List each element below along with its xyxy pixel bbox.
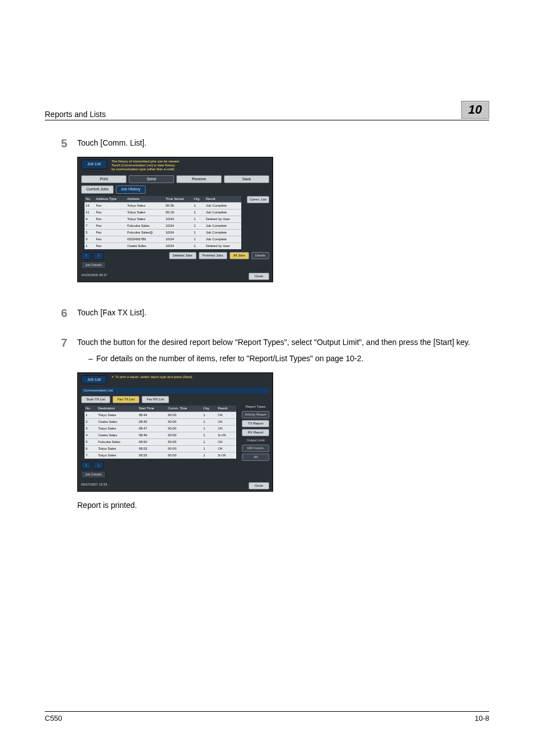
table-row: 2Osaka Sales08:4500:001OK — [85, 419, 236, 426]
job-list-button-2[interactable]: Job List — [81, 375, 107, 385]
details-button[interactable]: Details — [251, 252, 269, 259]
step7-text: Touch the button for the desired report … — [77, 337, 489, 348]
table-row: 13FaxTokyo Sales00:361Job Complete — [85, 202, 241, 209]
up-arrow[interactable]: ↑ — [81, 252, 91, 260]
job-details-button-2[interactable]: Job Details — [81, 471, 106, 478]
footer-model: C550 — [45, 714, 62, 722]
screenshot-2: Job List ✔ To print a report, select rep… — [77, 372, 273, 492]
result-note: Report is printed. — [77, 500, 489, 511]
table-row: 4Osaka Sales08:4900:001S-OK — [85, 432, 236, 439]
job-table: No. Address Type Address Time Stored Org… — [85, 196, 241, 249]
table-row: 7FaxFukuoka Sales10/241Job Complete — [85, 222, 241, 229]
tab-save[interactable]: Save — [224, 175, 269, 184]
chapter-badge: 10 — [461, 101, 489, 119]
section-title: Reports and Lists — [45, 110, 106, 119]
table-row: 1FaxOsaka Sales10/241Deleted by User — [85, 242, 241, 249]
scr2-msg: To print a report, select report type an… — [115, 375, 193, 379]
step7-sub: For details on the number of items, refe… — [96, 354, 363, 363]
table-row: 7Tokyo Sales08:5500:001S-OK — [85, 452, 236, 459]
scr1-msg3: by communication type (other than e-mail… — [111, 167, 180, 171]
down-arrow-2[interactable]: ↓ — [93, 461, 104, 469]
fax-tx-list-tab[interactable]: Fax TX List — [113, 396, 139, 403]
up-arrow-2[interactable]: ↑ — [81, 461, 91, 469]
table-row: 9FaxTokyo Sales10/241Deleted by User — [85, 216, 241, 222]
scr1-msg1: The history of transmitted jobs can be v… — [111, 160, 180, 164]
all-jobs-button[interactable]: All Jobs — [229, 252, 249, 259]
comm-list-button[interactable]: Comm. List — [247, 196, 269, 203]
scan-tx-list-tab[interactable]: Scan TX List — [81, 396, 110, 403]
tab-receive[interactable]: Receive — [176, 175, 222, 184]
table-row: 3Fax052345678910/241Job Complete — [85, 236, 241, 242]
step5-text: Touch [Comm. List]. — [77, 137, 489, 149]
100-comm-button[interactable]: 100 Comm. — [242, 445, 269, 452]
table-row: 1Tokyo Sales08:4400:001OK — [85, 412, 236, 419]
step5-number: 5 — [45, 137, 77, 290]
scr1-datetime: 10/25/2006 00:37 — [81, 273, 107, 280]
fax-rx-list-tab[interactable]: Fax RX List — [142, 396, 169, 403]
all-button[interactable]: All — [242, 454, 269, 461]
screenshot-1: Job List The history of transmitted jobs… — [77, 157, 273, 282]
close-button[interactable]: Close — [249, 273, 269, 280]
step6-number: 6 — [45, 307, 77, 320]
table-row: 11FaxTokyo Sales00:161Job Complete — [85, 209, 241, 216]
scr1-msg2: Touch [Communication List] to view histo… — [111, 164, 180, 167]
scr2-datetime: 09/27/2007 15:53 — [81, 482, 107, 489]
subtab-current[interactable]: Current Jobs — [81, 185, 114, 194]
output-limit-label: Output Limit — [242, 438, 269, 443]
tab-print[interactable]: Print — [81, 175, 127, 184]
tab-send[interactable]: Send — [129, 175, 174, 184]
job-details-button[interactable]: Job Details — [81, 262, 106, 269]
job-list-button[interactable]: Job List — [81, 160, 107, 169]
deleted-jobs-button[interactable]: Deleted Jobs — [169, 252, 196, 259]
close-button-2[interactable]: Close — [249, 482, 269, 489]
tx-report-button[interactable]: TX Report — [242, 420, 269, 427]
rx-report-button[interactable]: RX Report — [242, 429, 269, 436]
dash-icon: – — [88, 353, 96, 365]
finished-jobs-button[interactable]: Finished Jobs — [199, 252, 227, 259]
footer-page: 10-8 — [475, 714, 489, 722]
subtab-history[interactable]: Job History — [116, 185, 146, 194]
table-row: 5FaxFukuoka Sales@10/241Job Complete — [85, 229, 241, 236]
activity-report-button[interactable]: Activity Report — [242, 411, 269, 418]
step6-text: Touch [Fax TX List]. — [77, 307, 489, 320]
table-row: 6Tokyo Sales08:5300:001OK — [85, 446, 236, 452]
table-row: 3Tokyo Sales08:4700:001OK — [85, 426, 236, 432]
comm-list-section: Communication List — [81, 388, 269, 394]
report-types-label: Report Types — [242, 404, 269, 409]
down-arrow[interactable]: ↓ — [93, 252, 104, 260]
report-table: No. Destination Start Time Comm. Time Or… — [85, 405, 236, 459]
table-row: 5Fukuoka Sales08:5000:001OK — [85, 439, 236, 446]
step7-number: 7 — [45, 337, 77, 512]
